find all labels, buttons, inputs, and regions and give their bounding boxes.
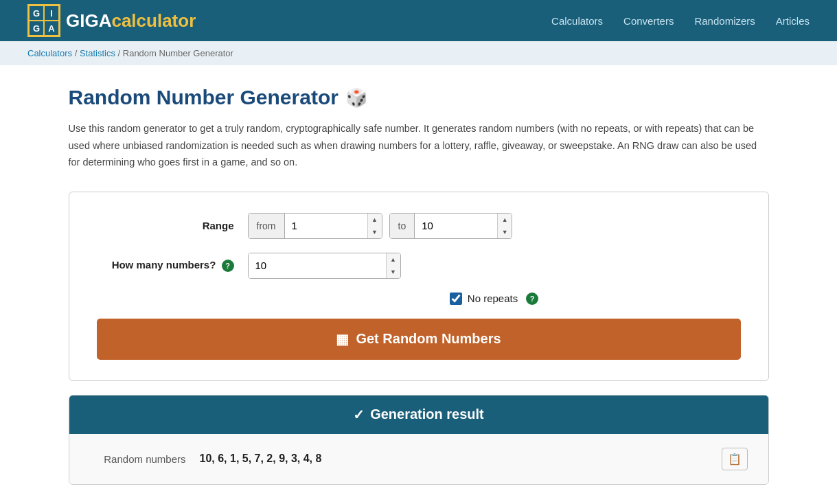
no-repeats-checkbox[interactable] [450,293,462,305]
nav-calculators[interactable]: Calculators [551,15,603,27]
breadcrumb-statistics[interactable]: Statistics [80,48,115,58]
range-label: Range [97,220,248,231]
how-many-help-icon[interactable]: ? [222,260,234,272]
nav-articles[interactable]: Articles [776,15,810,27]
clipboard-icon: 📋 [728,453,742,465]
site-header: G I G A GIGAcalculator Calculators Conve… [0,0,837,41]
logo-letter-g2: G [29,21,44,36]
no-repeats-help-icon[interactable]: ? [526,293,538,305]
to-spin-down[interactable]: ▼ [498,226,512,238]
range-inputs: from ▲ ▼ to ▲ ▼ [248,213,513,239]
nav-converters[interactable]: Converters [623,15,674,27]
result-body: Random numbers 10, 6, 1, 5, 7, 2, 9, 3, … [69,434,768,484]
result-box: ✓ Generation result Random numbers 10, 6… [69,395,769,485]
no-repeats-row: No repeats ? [97,293,741,305]
breadcrumb-calculators[interactable]: Calculators [27,48,72,58]
page-description: Use this random generator to get a truly… [69,120,769,171]
generate-button[interactable]: ▦ Get Random Numbers [97,319,741,360]
result-check-icon: ✓ [353,406,365,423]
to-input-group: to ▲ ▼ [389,213,513,239]
how-many-input-group: ▲ ▼ [248,253,401,279]
how-many-spin-up[interactable]: ▲ [387,253,400,266]
main-content: Random Number Generator 🎲 Use this rando… [41,65,796,504]
how-many-spin: ▲ ▼ [386,253,400,278]
to-spin-up[interactable]: ▲ [498,214,512,226]
generate-btn-label: Get Random Numbers [356,331,501,347]
no-repeats-label[interactable]: No repeats ? [450,293,538,305]
logo-calculator: calculator [111,10,196,31]
logo-text: GIGAcalculator [66,10,196,32]
logo-box: G I G A [27,4,60,37]
logo-letter-a: A [44,21,59,36]
main-nav: Calculators Converters Randomizers Artic… [551,15,810,27]
to-prefix: to [390,214,415,238]
logo-letter-g: G [29,5,44,21]
from-input[interactable] [285,214,367,238]
how-many-spin-down[interactable]: ▼ [387,266,400,278]
dice-icon: 🎲 [345,87,367,108]
how-many-input[interactable] [249,253,386,278]
logo-area: G I G A GIGAcalculator [27,4,196,37]
how-many-row: How many numbers? ? ▲ ▼ [97,253,741,279]
result-row-label: Random numbers [90,453,186,465]
result-header-label: Generation result [370,406,484,422]
range-row: Range from ▲ ▼ to ▲ ▼ [97,213,741,239]
clipboard-button[interactable]: 📋 [722,448,748,470]
from-spin-down[interactable]: ▼ [368,226,382,238]
breadcrumb: Calculators / Statistics / Random Number… [0,41,837,65]
to-spin: ▲ ▼ [497,214,512,238]
logo-letter-i: I [44,5,59,21]
result-header: ✓ Generation result [69,396,768,434]
from-input-group: from ▲ ▼ [248,213,382,239]
result-row-value: 10, 6, 1, 5, 7, 2, 9, 3, 4, 8 [200,453,708,465]
breadcrumb-current: Random Number Generator [123,48,233,58]
page-title: Random Number Generator 🎲 [69,86,769,109]
calculator-icon: ▦ [336,331,349,347]
to-input[interactable] [415,214,497,238]
from-prefix: from [249,214,285,238]
logo-giga: GIGA [66,10,111,31]
nav-randomizers[interactable]: Randomizers [694,15,755,27]
from-spin: ▲ ▼ [367,214,382,238]
no-repeats-text: No repeats [468,293,518,304]
from-spin-up[interactable]: ▲ [368,214,382,226]
how-many-label: How many numbers? ? [97,259,248,272]
calculator-box: Range from ▲ ▼ to ▲ ▼ [69,192,769,381]
